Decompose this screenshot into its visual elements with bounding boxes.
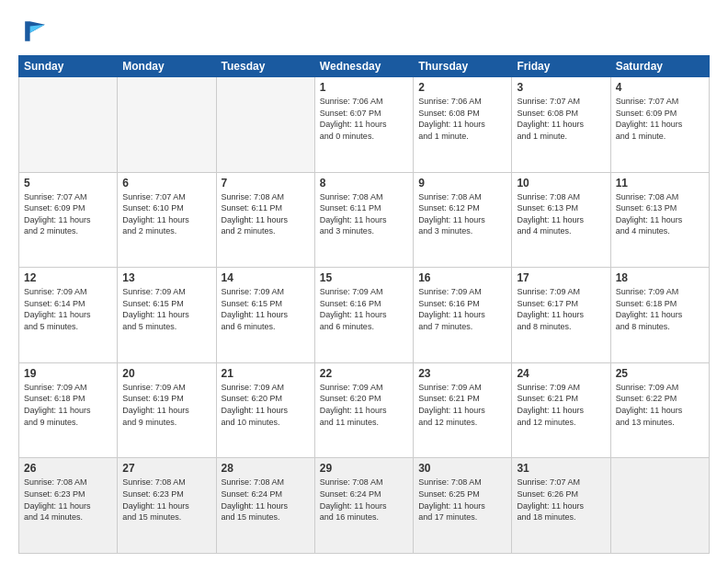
day-number: 30 xyxy=(418,462,506,475)
day-number: 6 xyxy=(122,177,210,190)
calendar-cell: 14Sunrise: 7:09 AM Sunset: 6:15 PM Dayli… xyxy=(216,268,314,363)
day-number: 2 xyxy=(418,81,506,94)
day-info: Sunrise: 7:08 AM Sunset: 6:13 PM Dayligh… xyxy=(517,191,605,237)
day-info: Sunrise: 7:09 AM Sunset: 6:21 PM Dayligh… xyxy=(418,382,506,428)
calendar-cell: 10Sunrise: 7:08 AM Sunset: 6:13 PM Dayli… xyxy=(512,172,610,268)
page: SundayMondayTuesdayWednesdayThursdayFrid… xyxy=(0,0,728,563)
calendar-cell: 8Sunrise: 7:08 AM Sunset: 6:11 PM Daylig… xyxy=(314,172,413,268)
col-header-friday: Friday xyxy=(512,56,610,77)
day-number: 21 xyxy=(222,367,310,380)
day-info: Sunrise: 7:06 AM Sunset: 6:07 PM Dayligh… xyxy=(320,96,408,142)
col-header-saturday: Saturday xyxy=(610,56,709,77)
day-info: Sunrise: 7:09 AM Sunset: 6:18 PM Dayligh… xyxy=(24,382,112,428)
calendar-cell: 1Sunrise: 7:06 AM Sunset: 6:07 PM Daylig… xyxy=(314,77,413,173)
day-info: Sunrise: 7:07 AM Sunset: 6:08 PM Dayligh… xyxy=(517,96,605,142)
calendar-cell: 22Sunrise: 7:09 AM Sunset: 6:20 PM Dayli… xyxy=(314,362,413,458)
day-info: Sunrise: 7:08 AM Sunset: 6:25 PM Dayligh… xyxy=(418,477,506,523)
day-info: Sunrise: 7:08 AM Sunset: 6:23 PM Dayligh… xyxy=(122,477,210,523)
day-number: 29 xyxy=(320,462,408,475)
day-info: Sunrise: 7:07 AM Sunset: 6:10 PM Dayligh… xyxy=(122,191,210,237)
day-info: Sunrise: 7:08 AM Sunset: 6:24 PM Dayligh… xyxy=(320,477,408,523)
day-info: Sunrise: 7:09 AM Sunset: 6:20 PM Dayligh… xyxy=(222,382,310,428)
calendar-cell: 24Sunrise: 7:09 AM Sunset: 6:21 PM Dayli… xyxy=(512,362,610,458)
calendar-cell: 5Sunrise: 7:07 AM Sunset: 6:09 PM Daylig… xyxy=(19,172,118,268)
day-number: 20 xyxy=(122,367,210,380)
calendar-cell: 13Sunrise: 7:09 AM Sunset: 6:15 PM Dayli… xyxy=(118,268,216,363)
logo xyxy=(18,15,53,48)
calendar-cell xyxy=(19,77,118,173)
day-number: 5 xyxy=(24,177,112,190)
calendar-week-5: 26Sunrise: 7:08 AM Sunset: 6:23 PM Dayli… xyxy=(19,458,710,554)
calendar-cell: 29Sunrise: 7:08 AM Sunset: 6:24 PM Dayli… xyxy=(314,458,413,554)
day-number: 22 xyxy=(320,367,408,380)
day-info: Sunrise: 7:07 AM Sunset: 6:09 PM Dayligh… xyxy=(616,96,704,142)
calendar-cell: 9Sunrise: 7:08 AM Sunset: 6:12 PM Daylig… xyxy=(414,172,512,268)
logo-icon xyxy=(18,15,51,48)
day-number: 8 xyxy=(320,177,408,190)
day-number: 12 xyxy=(24,271,112,284)
day-info: Sunrise: 7:08 AM Sunset: 6:11 PM Dayligh… xyxy=(320,191,408,237)
calendar-cell: 18Sunrise: 7:09 AM Sunset: 6:18 PM Dayli… xyxy=(610,268,709,363)
calendar-cell: 25Sunrise: 7:09 AM Sunset: 6:22 PM Dayli… xyxy=(610,362,709,458)
day-number: 26 xyxy=(24,462,112,475)
day-info: Sunrise: 7:09 AM Sunset: 6:22 PM Dayligh… xyxy=(616,382,704,428)
calendar-cell: 15Sunrise: 7:09 AM Sunset: 6:16 PM Dayli… xyxy=(314,268,413,363)
calendar-week-4: 19Sunrise: 7:09 AM Sunset: 6:18 PM Dayli… xyxy=(19,362,710,458)
day-info: Sunrise: 7:09 AM Sunset: 6:17 PM Dayligh… xyxy=(517,286,605,332)
day-info: Sunrise: 7:07 AM Sunset: 6:09 PM Dayligh… xyxy=(24,191,112,237)
calendar-cell: 20Sunrise: 7:09 AM Sunset: 6:19 PM Dayli… xyxy=(118,362,216,458)
calendar: SundayMondayTuesdayWednesdayThursdayFrid… xyxy=(18,55,710,554)
svg-rect-0 xyxy=(18,15,51,48)
calendar-cell: 26Sunrise: 7:08 AM Sunset: 6:23 PM Dayli… xyxy=(19,458,118,554)
day-number: 9 xyxy=(418,177,506,190)
day-number: 16 xyxy=(418,271,506,284)
day-info: Sunrise: 7:08 AM Sunset: 6:23 PM Dayligh… xyxy=(24,477,112,523)
col-header-monday: Monday xyxy=(118,56,216,77)
day-number: 19 xyxy=(24,367,112,380)
calendar-week-1: 1Sunrise: 7:06 AM Sunset: 6:07 PM Daylig… xyxy=(19,77,710,173)
calendar-cell xyxy=(216,77,314,173)
day-number: 10 xyxy=(517,177,605,190)
calendar-header-row: SundayMondayTuesdayWednesdayThursdayFrid… xyxy=(19,56,710,77)
calendar-cell: 3Sunrise: 7:07 AM Sunset: 6:08 PM Daylig… xyxy=(512,77,610,173)
day-number: 17 xyxy=(517,271,605,284)
day-info: Sunrise: 7:08 AM Sunset: 6:11 PM Dayligh… xyxy=(222,191,310,237)
day-number: 3 xyxy=(517,81,605,94)
day-info: Sunrise: 7:06 AM Sunset: 6:08 PM Dayligh… xyxy=(418,96,506,142)
calendar-week-3: 12Sunrise: 7:09 AM Sunset: 6:14 PM Dayli… xyxy=(19,268,710,363)
calendar-cell: 12Sunrise: 7:09 AM Sunset: 6:14 PM Dayli… xyxy=(19,268,118,363)
day-info: Sunrise: 7:09 AM Sunset: 6:15 PM Dayligh… xyxy=(122,286,210,332)
day-info: Sunrise: 7:08 AM Sunset: 6:24 PM Dayligh… xyxy=(222,477,310,523)
day-number: 24 xyxy=(517,367,605,380)
day-number: 28 xyxy=(222,462,310,475)
calendar-cell xyxy=(610,458,709,554)
day-number: 1 xyxy=(320,81,408,94)
calendar-cell: 4Sunrise: 7:07 AM Sunset: 6:09 PM Daylig… xyxy=(610,77,709,173)
calendar-cell: 28Sunrise: 7:08 AM Sunset: 6:24 PM Dayli… xyxy=(216,458,314,554)
calendar-cell: 21Sunrise: 7:09 AM Sunset: 6:20 PM Dayli… xyxy=(216,362,314,458)
calendar-cell: 27Sunrise: 7:08 AM Sunset: 6:23 PM Dayli… xyxy=(118,458,216,554)
day-info: Sunrise: 7:09 AM Sunset: 6:19 PM Dayligh… xyxy=(122,382,210,428)
day-info: Sunrise: 7:08 AM Sunset: 6:12 PM Dayligh… xyxy=(418,191,506,237)
day-number: 27 xyxy=(122,462,210,475)
calendar-cell: 7Sunrise: 7:08 AM Sunset: 6:11 PM Daylig… xyxy=(216,172,314,268)
day-number: 31 xyxy=(517,462,605,475)
col-header-sunday: Sunday xyxy=(19,56,118,77)
day-number: 4 xyxy=(616,81,704,94)
day-number: 7 xyxy=(222,177,310,190)
day-info: Sunrise: 7:09 AM Sunset: 6:20 PM Dayligh… xyxy=(320,382,408,428)
calendar-cell xyxy=(118,77,216,173)
day-info: Sunrise: 7:09 AM Sunset: 6:16 PM Dayligh… xyxy=(320,286,408,332)
calendar-cell: 30Sunrise: 7:08 AM Sunset: 6:25 PM Dayli… xyxy=(414,458,512,554)
calendar-week-2: 5Sunrise: 7:07 AM Sunset: 6:09 PM Daylig… xyxy=(19,172,710,268)
day-info: Sunrise: 7:09 AM Sunset: 6:21 PM Dayligh… xyxy=(517,382,605,428)
day-info: Sunrise: 7:07 AM Sunset: 6:26 PM Dayligh… xyxy=(517,477,605,523)
day-number: 11 xyxy=(616,177,704,190)
day-number: 13 xyxy=(122,271,210,284)
calendar-cell: 17Sunrise: 7:09 AM Sunset: 6:17 PM Dayli… xyxy=(512,268,610,363)
day-info: Sunrise: 7:09 AM Sunset: 6:18 PM Dayligh… xyxy=(616,286,704,332)
calendar-cell: 16Sunrise: 7:09 AM Sunset: 6:16 PM Dayli… xyxy=(414,268,512,363)
col-header-tuesday: Tuesday xyxy=(216,56,314,77)
col-header-wednesday: Wednesday xyxy=(314,56,413,77)
day-number: 18 xyxy=(616,271,704,284)
